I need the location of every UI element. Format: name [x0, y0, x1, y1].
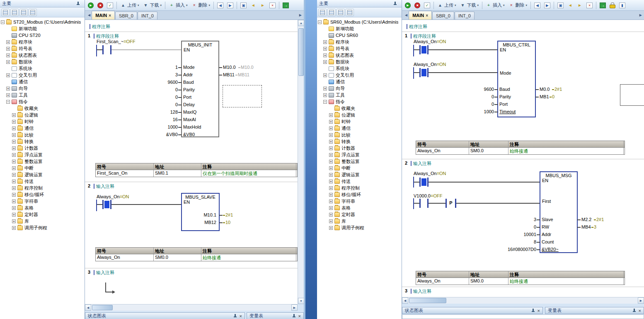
- pin-icon[interactable]: [292, 314, 296, 318]
- tree-item[interactable]: 系统块: [317, 65, 402, 72]
- pin-value[interactable]: 0: [143, 87, 178, 92]
- tree-item[interactable]: 收藏夹: [317, 105, 402, 112]
- tree-item[interactable]: 通信: [317, 78, 402, 85]
- tree-item[interactable]: +向导: [0, 85, 85, 92]
- expand-icon[interactable]: +: [6, 93, 10, 97]
- pin-value[interactable]: 128: [143, 110, 178, 114]
- network-comment[interactable]: 程序段注释: [413, 33, 436, 39]
- pin-value[interactable]: 8: [501, 239, 536, 244]
- tab-int_0[interactable]: INT_0: [138, 12, 157, 19]
- tree-item[interactable]: +定时器: [0, 211, 85, 218]
- comment-cell[interactable]: 始终接通: [508, 278, 624, 285]
- redo-icon[interactable]: ►: [258, 1, 267, 10]
- tree-item[interactable]: −ST20_Modbus (C:\Users\Adminis: [0, 19, 85, 25]
- tree-item[interactable]: +库: [0, 218, 85, 224]
- tree-item[interactable]: +计数器: [0, 145, 85, 151]
- tree-item[interactable]: +向导: [317, 85, 402, 92]
- output-operand[interactable]: M10.1: [191, 212, 216, 217]
- upload-button[interactable]: ▲上传▾: [119, 1, 141, 10]
- lock-icon[interactable]: [608, 1, 617, 10]
- horizontal-scrollbar[interactable]: ◀ ▶: [402, 297, 644, 304]
- dropdown-caret-icon[interactable]: ▾: [186, 4, 188, 7]
- book-icon[interactable]: [337, 9, 345, 16]
- tree-item[interactable]: +转换: [0, 138, 85, 145]
- tree-item[interactable]: +状态图表: [317, 52, 402, 58]
- tab-scroll-right-icon[interactable]: ▶: [298, 13, 303, 17]
- close-editor-icon[interactable]: ×: [585, 1, 594, 10]
- next-bookmark-icon[interactable]: ▶: [225, 1, 235, 10]
- network-comment[interactable]: 输入注释: [413, 161, 431, 167]
- tree-item[interactable]: +表格: [0, 205, 85, 211]
- comment-cell[interactable]: 始终接通: [508, 148, 624, 154]
- stop-icon[interactable]: ■: [413, 1, 422, 10]
- expand-icon[interactable]: +: [329, 193, 333, 197]
- output-operand[interactable]: M2.2: [581, 217, 591, 222]
- tree-item[interactable]: +位逻辑: [317, 112, 402, 118]
- program-status-icon[interactable]: ✓: [422, 1, 432, 10]
- expand-icon[interactable]: +: [323, 47, 327, 51]
- tree-item[interactable]: −SR60_Modbus (C:\Users\Adminis: [317, 19, 402, 25]
- tree-item[interactable]: +交叉引用: [317, 72, 402, 78]
- pin-value[interactable]: 1000: [459, 109, 494, 114]
- scrollbar-thumb[interactable]: [409, 298, 446, 303]
- expand-icon[interactable]: +: [12, 226, 16, 230]
- contact-label[interactable]: First_Scan_~=OFF: [97, 39, 136, 44]
- horizontal-scrollbar[interactable]: ◀ ▶: [85, 304, 298, 311]
- expand-icon[interactable]: +: [329, 206, 333, 210]
- expand-icon[interactable]: +: [329, 127, 333, 130]
- tree-item[interactable]: CPU SR60: [317, 32, 402, 39]
- close-tab-icon[interactable]: ×: [426, 13, 428, 18]
- tree-item[interactable]: −指令: [317, 98, 402, 105]
- cascade-window-icon[interactable]: ▣: [239, 1, 248, 10]
- symbol-cell[interactable]: Always_On: [96, 254, 154, 261]
- tree-item[interactable]: +整数运算: [0, 158, 85, 165]
- contact-label[interactable]: Always_On=ON: [414, 171, 446, 176]
- expand-icon[interactable]: +: [12, 146, 16, 150]
- chart-icon[interactable]: [346, 9, 354, 16]
- tree-item[interactable]: +移位/循环: [0, 191, 85, 198]
- expand-icon[interactable]: +: [323, 60, 327, 64]
- tree-item[interactable]: +通信: [0, 125, 85, 131]
- expand-icon[interactable]: +: [329, 200, 333, 203]
- expand-icon[interactable]: +: [6, 73, 10, 77]
- expand-icon[interactable]: +: [12, 160, 16, 163]
- expand-icon[interactable]: +: [12, 193, 16, 197]
- pin-value[interactable]: 9600: [143, 80, 178, 85]
- pin-value[interactable]: 0: [143, 102, 178, 107]
- tree-item[interactable]: +逻辑运算: [317, 171, 402, 178]
- contact-always-on[interactable]: [102, 200, 111, 209]
- tree-item[interactable]: +符号表: [317, 45, 402, 52]
- expand-icon[interactable]: +: [329, 219, 333, 223]
- close-editor-icon[interactable]: ×: [268, 1, 277, 10]
- chart-icon[interactable]: [29, 9, 37, 16]
- tree-item[interactable]: +程序块: [317, 39, 402, 45]
- tree-item[interactable]: −指令: [0, 98, 85, 105]
- address-cell[interactable]: SM0.0: [469, 148, 508, 154]
- tree-item[interactable]: +状态图表: [0, 52, 85, 58]
- expand-icon[interactable]: +: [329, 166, 333, 170]
- tree-item[interactable]: 新增功能: [0, 25, 85, 32]
- address-cell[interactable]: SM0.0: [154, 254, 201, 261]
- contact-always-on[interactable]: [419, 45, 429, 54]
- download-button[interactable]: ▼下载▾: [458, 1, 481, 10]
- book-icon[interactable]: [19, 9, 28, 16]
- notes-icon[interactable]: [10, 9, 19, 16]
- mbus-slave-block[interactable]: MBUS_SLAVE EN: [181, 193, 220, 231]
- contact-label[interactable]: Always_On=ON: [97, 194, 129, 199]
- status-chart-panel-header[interactable]: 状态图表 ×: [402, 307, 543, 314]
- program-comment[interactable]: 程序注释: [92, 24, 110, 30]
- tree-item[interactable]: +工具: [317, 92, 402, 98]
- close-icon[interactable]: ×: [240, 314, 242, 319]
- window-icon[interactable]: [1, 9, 10, 16]
- contact-always-on[interactable]: [419, 178, 429, 187]
- expand-icon[interactable]: +: [12, 180, 16, 183]
- dropdown-caret-icon[interactable]: ▾: [138, 4, 139, 7]
- expand-icon[interactable]: +: [12, 133, 16, 137]
- tree-item[interactable]: +数据块: [0, 58, 85, 65]
- tree-item[interactable]: +比较: [317, 131, 402, 138]
- pin-value[interactable]: 10001: [501, 232, 536, 237]
- program-status-icon[interactable]: ✓: [105, 1, 115, 10]
- pin-value[interactable]: &VB0: [143, 132, 178, 137]
- open-subroutine-icon[interactable]: →: [281, 1, 291, 10]
- redo-icon[interactable]: ►: [575, 1, 584, 10]
